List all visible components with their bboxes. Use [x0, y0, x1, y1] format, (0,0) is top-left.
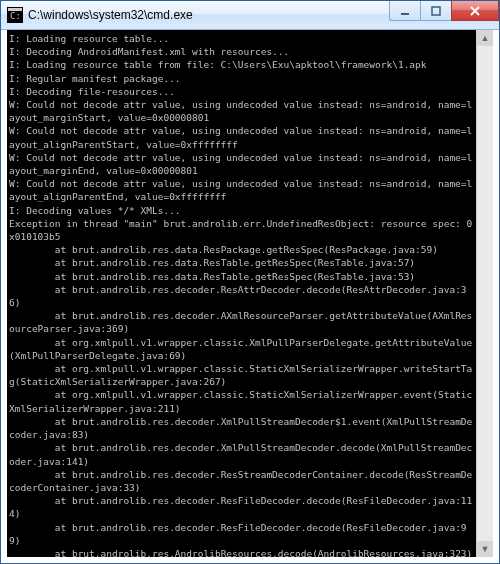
titlebar[interactable]: C: C:\windows\system32\cmd.exe: [1, 1, 499, 30]
vertical-scrollbar[interactable]: ▲ ▼: [476, 30, 493, 557]
window-buttons: [389, 1, 499, 29]
svg-rect-3: [401, 13, 409, 15]
scroll-down-arrow[interactable]: ▼: [477, 541, 493, 557]
window-title: C:\windows\system32\cmd.exe: [28, 8, 389, 22]
cmd-icon: C:: [7, 7, 23, 23]
scroll-up-arrow[interactable]: ▲: [477, 30, 493, 46]
minimize-button[interactable]: [389, 1, 420, 21]
svg-rect-4: [432, 7, 440, 15]
maximize-button[interactable]: [420, 1, 451, 21]
terminal-output: I: Loading resource table... I: Decoding…: [7, 30, 477, 557]
svg-text:C:: C:: [10, 11, 21, 21]
close-button[interactable]: [451, 1, 499, 21]
client-area: I: Loading resource table... I: Decoding…: [7, 30, 493, 557]
cmd-window: C: C:\windows\system32\cmd.exe I: Loadin…: [0, 0, 500, 564]
scroll-track[interactable]: [477, 46, 493, 541]
